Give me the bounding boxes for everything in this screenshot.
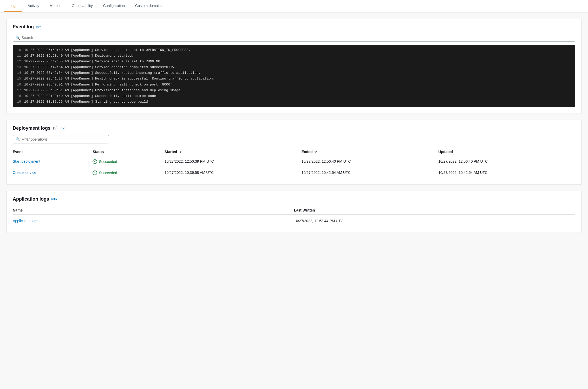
col-header-started[interactable]: Started ▼: [165, 148, 302, 156]
create-service-link[interactable]: Create service: [13, 170, 36, 175]
col-header-ended-label: Ended: [302, 150, 313, 154]
tab-configuration[interactable]: Configuration: [98, 0, 130, 12]
event-log-section: Event log Info 🔍 10 10-27-2022 05:50:40 …: [6, 19, 582, 114]
tab-observability[interactable]: Observability: [67, 0, 98, 12]
event-log-search-input[interactable]: [22, 36, 572, 40]
tab-custom-domains[interactable]: Custom domains: [130, 0, 168, 12]
table-row: Start deployment ✓ Succeeded 10/27/2022,…: [13, 156, 575, 167]
cell-ended: 10/27/2022, 10:42:54 AM UTC: [302, 167, 439, 178]
col-header-started-label: Started: [165, 150, 177, 154]
log-line: 11 10-27-2022 05:50:40 AM [AppRunner] De…: [16, 53, 572, 59]
cell-started: 10/27/2022, 12:50:39 PM UTC: [165, 156, 302, 167]
table-header-row: Event Status Started ▼ Ended ▽ Updated: [13, 148, 575, 156]
tab-activity[interactable]: Activity: [22, 0, 44, 12]
app-log-col-written: Last Written: [294, 208, 575, 212]
deployment-logs-filter-input[interactable]: [22, 137, 106, 141]
main-content: Event log Info 🔍 10 10-27-2022 05:50:40 …: [0, 12, 588, 245]
col-header-updated: Updated: [438, 148, 575, 156]
app-log-last-written: 10/27/2022, 12:53:44 PM UTC: [294, 219, 575, 223]
deployment-logs-header: Deployment logs (2) Info: [13, 126, 575, 131]
app-log-col-name: Name: [13, 208, 294, 212]
cell-event: Create service: [13, 167, 93, 178]
start-deployment-link[interactable]: Start deployment: [13, 159, 40, 163]
deployment-logs-section: Deployment logs (2) Info 🔍 Event Status …: [6, 120, 582, 185]
deployment-logs-table: Event Status Started ▼ Ended ▽ Updated: [13, 148, 575, 178]
log-line: 13 10-27-2022 03:42:54 AM [AppRunner] Se…: [16, 64, 572, 70]
log-line: 18 10-27-2022 03:39:40 AM [AppRunner] Su…: [16, 93, 572, 99]
deployment-logs-filter-bar: 🔍: [13, 135, 109, 143]
deployment-logs-title: Deployment logs: [13, 126, 50, 131]
cell-ended: 10/27/2022, 12:56:40 PM UTC: [302, 156, 439, 167]
succeeded-icon: ✓: [93, 159, 97, 164]
application-logs-info-link[interactable]: Info: [51, 197, 57, 201]
cell-updated: 10/27/2022, 12:56:40 PM UTC: [438, 156, 575, 167]
tab-logs[interactable]: Logs: [4, 0, 22, 12]
log-line: 12 10-27-2022 03:42:55 AM [AppRunner] Se…: [16, 59, 572, 64]
event-log-search-bar: 🔍: [13, 34, 575, 42]
log-line: 10 10-27-2022 05:50:40 AM [AppRunner] Se…: [16, 47, 572, 53]
col-header-status: Status: [93, 148, 165, 156]
cell-updated: 10/27/2022, 10:42:54 AM UTC: [438, 167, 575, 178]
status-succeeded-badge: ✓ Succeeded: [93, 170, 161, 175]
log-line: 16 10-27-2022 03:40:01 AM [AppRunner] Pe…: [16, 82, 572, 88]
succeeded-icon: ✓: [93, 170, 97, 175]
filter-search-icon: 🔍: [16, 137, 20, 141]
application-logs-section: Application logs Info Name Last Written …: [6, 191, 582, 233]
cell-started: 10/27/2022, 10:36:58 AM UTC: [165, 167, 302, 178]
tab-bar: Logs Activity Metrics Observability Conf…: [0, 0, 588, 12]
table-row: Create service ✓ Succeeded 10/27/2022, 1…: [13, 167, 575, 178]
log-line: 14 10-27-2022 03:42:54 AM [AppRunner] Su…: [16, 70, 572, 76]
deployment-logs-info-link[interactable]: Info: [60, 126, 65, 130]
application-logs-header: Application logs Info: [13, 196, 575, 202]
log-line: 15 10-27-2022 03:41:23 AM [AppRunner] He…: [16, 76, 572, 82]
event-log-header: Event log Info: [13, 24, 575, 30]
col-header-ended[interactable]: Ended ▽: [302, 148, 439, 156]
sort-icon-ended: ▽: [315, 150, 317, 154]
deployment-logs-count: (2): [53, 126, 57, 130]
application-logs-link[interactable]: Application logs: [13, 219, 38, 223]
status-label: Succeeded: [99, 160, 117, 164]
log-line: 17 10-27-2022 03:39:51 AM [AppRunner] Pr…: [16, 88, 572, 93]
log-terminal: 10 10-27-2022 05:50:40 AM [AppRunner] Se…: [13, 45, 575, 107]
sort-descending-icon: ▼: [179, 150, 182, 154]
event-log-info-link[interactable]: Info: [36, 25, 42, 29]
app-log-header: Name Last Written: [13, 206, 575, 215]
tab-metrics[interactable]: Metrics: [44, 0, 67, 12]
log-line: 19 10-27-2022 03:37:56 AM [AppRunner] St…: [16, 99, 572, 105]
cell-status: ✓ Succeeded: [93, 167, 165, 178]
app-log-name: Application logs: [13, 219, 294, 223]
app-log-row: Application logs 10/27/2022, 12:53:44 PM…: [13, 216, 575, 226]
cell-status: ✓ Succeeded: [93, 156, 165, 167]
cell-event: Start deployment: [13, 156, 93, 167]
status-succeeded-badge: ✓ Succeeded: [93, 159, 161, 164]
event-log-title: Event log: [13, 24, 34, 30]
search-icon: 🔍: [16, 36, 20, 40]
application-logs-title: Application logs: [13, 196, 49, 202]
col-header-event: Event: [13, 148, 93, 156]
status-label: Succeeded: [99, 171, 117, 175]
